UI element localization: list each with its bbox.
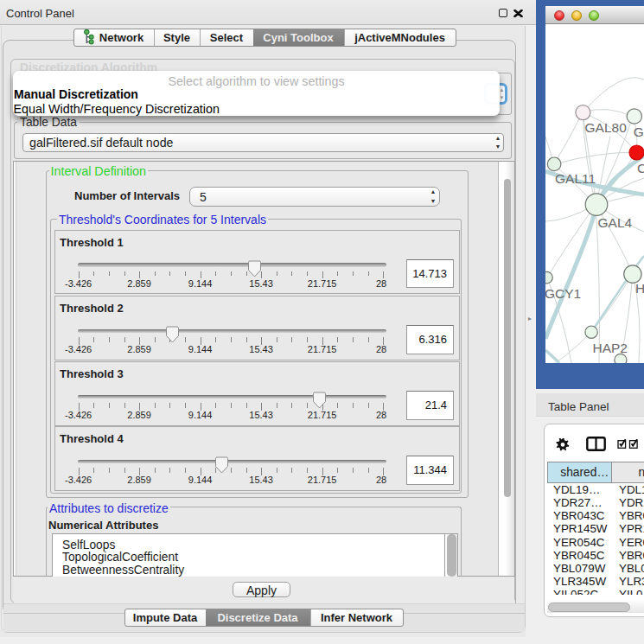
svg-text:GAL3: GAL3 bbox=[634, 124, 644, 139]
svg-text:GCY1: GCY1 bbox=[545, 286, 581, 301]
svg-text:H: H bbox=[635, 281, 644, 296]
svg-text:GAL4: GAL4 bbox=[598, 215, 633, 230]
svg-text:GAL11: GAL11 bbox=[555, 171, 596, 186]
svg-text:HAP2: HAP2 bbox=[593, 341, 628, 355]
svg-text:GAL80: GAL80 bbox=[585, 120, 628, 135]
svg-text:C: C bbox=[637, 161, 644, 175]
